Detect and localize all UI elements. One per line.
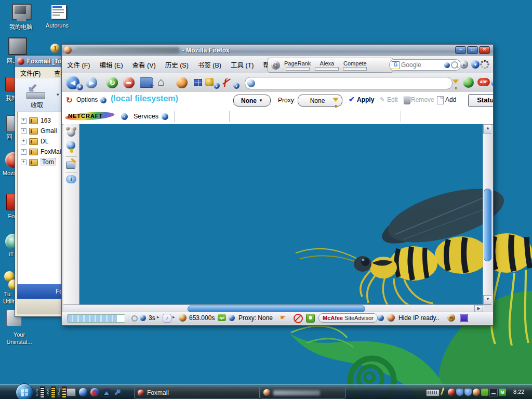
reload-button[interactable]: ↻ <box>107 77 118 88</box>
new-folder-icon[interactable]: + <box>140 77 153 88</box>
firefox-globe-icon[interactable] <box>387 314 395 322</box>
gold-tool-dropdown[interactable]: ▾ <box>214 83 220 89</box>
status-blue-icon[interactable] <box>378 315 384 321</box>
menu-file[interactable]: 文件 (F) <box>64 59 93 71</box>
task-button-foxmail[interactable]: Foxmail <box>134 387 260 398</box>
hideip-status[interactable]: Hide IP ready.. <box>398 314 439 322</box>
monkey-icon[interactable] <box>447 314 455 322</box>
zoom-magnifier-icon[interactable] <box>131 315 138 322</box>
quicklaunch-globe-icon[interactable] <box>79 388 87 396</box>
scroll-up-button[interactable]: ▲ <box>460 60 468 69</box>
search-input[interactable] <box>400 61 444 69</box>
coolpreviews-icon[interactable]: ↻ <box>66 96 73 105</box>
pointer-hand-icon[interactable]: ☛ <box>280 313 286 321</box>
expand-arrow-icon[interactable]: ▸ <box>157 314 159 320</box>
menu-bookmarks[interactable]: 书签 (B) <box>195 59 224 71</box>
home-button[interactable]: ⌂ <box>157 75 164 89</box>
pagerank-button[interactable]: PageRank <box>284 60 311 71</box>
desktop-icon-network[interactable] <box>8 37 27 55</box>
ietab-icon[interactable] <box>194 79 202 86</box>
tray-shield-icon[interactable] <box>456 389 463 396</box>
flashblock-dropdown[interactable]: ▾ <box>233 83 240 89</box>
tray-m-icon[interactable]: M <box>499 389 506 396</box>
expand-plus-icon[interactable]: + <box>21 149 26 155</box>
gold-tool-icon[interactable] <box>205 78 214 86</box>
remove-button[interactable]: Remove <box>411 96 434 103</box>
info-bubble-icon[interactable]: i <box>66 175 76 183</box>
netcraft-arrow-icon[interactable]: › <box>121 113 128 120</box>
menu-tools[interactable]: 工具 (T) <box>228 59 257 71</box>
music-note-icon[interactable]: ♪ <box>163 314 171 323</box>
add-button[interactable]: Add <box>445 96 456 103</box>
expand-plus-icon[interactable]: + <box>21 159 26 165</box>
quicklaunch-pinwheel-icon[interactable] <box>90 388 99 396</box>
task-button-2[interactable] <box>260 387 346 398</box>
tree-item-selected[interactable]: +Tom <box>21 157 56 167</box>
receive-dropdown-arrow[interactable]: ▾ <box>57 92 59 97</box>
tree-item[interactable]: +163 <box>21 115 51 126</box>
scroll-up-arrow[interactable]: ▲ <box>483 124 491 134</box>
search-box[interactable]: G <box>389 59 461 71</box>
tree-item[interactable]: +DL <box>21 136 48 147</box>
maximize-button[interactable]: □ <box>467 46 478 54</box>
apply-check-icon[interactable]: ✔ <box>349 95 355 103</box>
horizontal-scrollbar[interactable]: ▶ <box>63 304 491 312</box>
quicklaunch-arrow-icon[interactable]: ↗ <box>114 388 121 397</box>
menu-history[interactable]: 历史 (S) <box>162 59 192 71</box>
tree-item[interactable]: +Gmail <box>21 126 57 136</box>
netcraft-logo[interactable]: NETCRAFT <box>68 113 103 119</box>
alarm-clock-icon[interactable] <box>66 127 76 137</box>
services-arrow-icon[interactable]: › <box>162 113 168 120</box>
expand-plus-icon[interactable]: + <box>21 118 26 124</box>
vscroll-thumb[interactable] <box>484 189 491 261</box>
minimize-button[interactable]: ‒ <box>455 46 466 54</box>
firefox-titlebar[interactable]: - Mozilla Firefox ‒ □ ✕ <box>62 45 493 56</box>
tray-shield2-icon[interactable] <box>464 389 472 396</box>
status-blue-icon[interactable] <box>229 315 235 321</box>
options-label[interactable]: Options <box>76 96 98 103</box>
url-bar[interactable] <box>245 77 453 89</box>
apply-button[interactable]: Apply <box>357 96 374 103</box>
start-button[interactable] <box>16 383 33 399</box>
quicklaunch-photo-icon[interactable] <box>102 388 111 396</box>
back-dropdown[interactable]: ▾ <box>76 84 83 90</box>
mode-dropdown[interactable]: None▼ <box>233 95 271 107</box>
keyboard-tray-icon[interactable] <box>426 389 440 396</box>
tray-xpl-icon[interactable] <box>481 389 488 396</box>
alexa-button[interactable]: Alexa <box>315 60 339 71</box>
scroll-down-button[interactable]: ▼ <box>471 60 480 69</box>
scroll-down-arrow[interactable]: ▼ <box>483 295 491 304</box>
tray-firefox-icon[interactable] <box>473 389 480 396</box>
mcafee-siteadvisor-button[interactable]: McAfee SiteAdvisor <box>318 313 378 323</box>
compose-mail-icon[interactable] <box>66 159 76 170</box>
magnifier-icon[interactable] <box>451 61 458 69</box>
browser-content[interactable]: i ▲ ▼ <box>63 124 491 304</box>
url-input[interactable] <box>255 79 450 88</box>
xpl-icon[interactable]: xpl <box>218 314 226 321</box>
status-blue-icon[interactable] <box>140 315 146 321</box>
grid-app-icon[interactable] <box>460 314 468 322</box>
forward-button[interactable]: ▶ <box>86 77 97 88</box>
foxmail-menu-file[interactable]: 文件(F) <box>17 68 44 78</box>
compete-button[interactable]: Compete <box>343 60 367 71</box>
tray-network-icon[interactable] <box>489 388 498 396</box>
proxy-status[interactable]: Proxy: None <box>238 314 273 322</box>
no-sign-icon[interactable] <box>294 314 303 323</box>
proxy-dropdown[interactable]: None <box>298 95 342 107</box>
foxyproxy-standard-icon[interactable] <box>453 79 459 84</box>
pen-tray-icon[interactable] <box>441 388 445 395</box>
tray-foxmail-icon[interactable] <box>448 389 455 396</box>
menu-view[interactable]: 查看 (V) <box>129 59 159 71</box>
show-desktop-icon[interactable] <box>66 388 76 396</box>
expand-plus-icon[interactable]: + <box>21 139 26 144</box>
expand-plus-icon[interactable]: + <box>21 128 26 134</box>
flower-icon[interactable] <box>66 141 76 153</box>
adblock-plus-icon[interactable]: ABP <box>477 78 490 86</box>
foxmail-receive-button[interactable]: ↙ 收取 <box>20 81 54 110</box>
status-button[interactable]: Status <box>468 94 493 107</box>
fasterfox-icon[interactable] <box>179 314 187 322</box>
netcraft-services[interactable]: Services <box>134 113 158 120</box>
options-arrow-icon[interactable]: › <box>100 97 107 103</box>
seo-at-icon[interactable]: @ <box>271 61 280 70</box>
close-button[interactable]: ✕ <box>479 46 490 54</box>
